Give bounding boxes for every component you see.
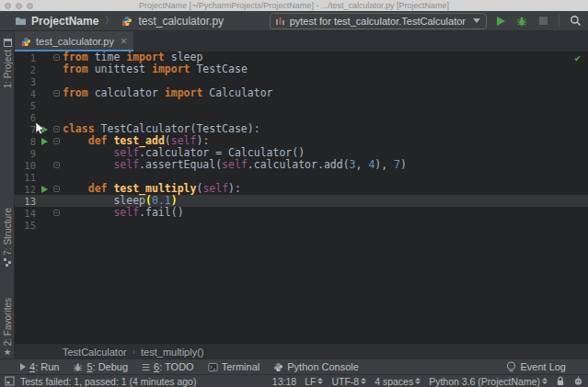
project-folder-icon: [13, 14, 28, 28]
line-number[interactable]: 8: [15, 136, 39, 147]
line-number[interactable]: 14: [15, 208, 39, 219]
event-log-icon: [506, 361, 516, 372]
fold-marker-icon[interactable]: [53, 210, 60, 216]
pytest-config-icon: [275, 16, 285, 26]
editor-tab-bar: test_calculator.py ×: [15, 31, 588, 51]
chevron-right-icon: 〉: [102, 14, 116, 28]
code-line[interactable]: 5: [15, 99, 588, 111]
code-line[interactable]: 15: [15, 219, 588, 231]
fold-marker-icon[interactable]: [53, 138, 60, 144]
run-configuration-label: pytest for test_calculator.TestCalculato…: [290, 16, 466, 27]
fold-marker-icon[interactable]: [53, 90, 60, 97]
fold-marker-icon[interactable]: [53, 186, 60, 192]
breadcrumb-class[interactable]: TestCalculator: [63, 347, 127, 358]
line-ending-select[interactable]: LF: [305, 376, 323, 387]
pycharm-window: ProjectName [~/PycharmProjects/ProjectNa…: [0, 0, 588, 387]
indent-select[interactable]: 4 spaces: [375, 376, 421, 387]
tab-label: test_calculator.py: [36, 36, 114, 47]
sidebar-item-label: 7: Structure: [3, 208, 13, 256]
code-line[interactable]: 4from calculator import Calculator: [15, 87, 588, 99]
sidebar-item-favorites[interactable]: 2: Favorites ★: [0, 298, 15, 357]
inspection-ok-icon[interactable]: ✔: [574, 52, 581, 64]
toolbar-divider: [559, 15, 559, 28]
run-button[interactable]: [493, 14, 508, 28]
window-title: ProjectName [~/PycharmProjects/ProjectNa…: [0, 0, 588, 11]
clock: 13:18: [272, 376, 296, 387]
status-bar: Tests failed: 1, passed: 1 (4 minutes ag…: [0, 374, 588, 387]
line-number[interactable]: 10: [15, 160, 39, 171]
tab-test-calculator[interactable]: test_calculator.py ×: [15, 31, 133, 51]
event-log-button[interactable]: Event Log: [506, 361, 566, 372]
line-number[interactable]: 9: [15, 148, 39, 159]
python-test-file-icon: [21, 37, 31, 47]
todo-list-icon: ☰: [142, 362, 150, 372]
main-toolbar: ProjectName 〉 test_calculator.py: [0, 11, 588, 31]
encoding-select[interactable]: UTF-8: [331, 376, 366, 387]
sidebar-item-structure[interactable]: 7: Structure: [0, 208, 15, 267]
lock-icon[interactable]: [556, 376, 565, 386]
toolwindow-terminal-button[interactable]: Terminal: [208, 361, 260, 372]
updown-chevron-icon: [415, 378, 421, 384]
navigation-bar: ProjectName 〉 test_calculator.py: [13, 14, 224, 28]
tool-window-stripe-left: 1: Project 7: Structure 2: Favorites ★: [0, 31, 15, 359]
tool-window-bar: 4: Run 5: Debug ☰ 6: TODO: [0, 359, 588, 374]
code-text: from unittest import TestCase: [63, 63, 248, 75]
interpreter-select[interactable]: Python 3.6 (ProjectName): [429, 376, 548, 387]
toolwindow-python-console-button[interactable]: Python Console: [273, 361, 359, 372]
python-test-file-icon: [120, 14, 134, 28]
chevron-right-icon: ›: [133, 347, 135, 357]
run-icon: [20, 363, 26, 370]
status-message: Tests failed: 1, passed: 1 (4 minutes ag…: [20, 376, 196, 387]
line-number[interactable]: 11: [15, 172, 39, 183]
line-number[interactable]: 13: [15, 196, 39, 207]
chevron-down-icon: [473, 18, 480, 23]
structure-tool-icon: [4, 258, 12, 267]
star-icon: ★: [4, 348, 11, 357]
updown-chevron-icon: [361, 378, 366, 384]
toolwindow-switcher-icon[interactable]: [5, 376, 15, 386]
project-tool-icon: [4, 39, 12, 47]
run-test-gutter-icon[interactable]: [41, 138, 48, 145]
fold-marker-icon[interactable]: [53, 54, 60, 61]
breadcrumb-bottom: TestCalculator › test_multiply(): [15, 344, 588, 359]
titlebar: ProjectName [~/PycharmProjects/ProjectNa…: [0, 0, 588, 11]
toolwindow-debug-button[interactable]: 5: Debug: [73, 361, 128, 372]
run-test-gutter-icon[interactable]: [41, 186, 48, 193]
sidebar-item-project[interactable]: 1: Project: [0, 39, 15, 88]
updown-chevron-icon: [542, 378, 548, 384]
code-editor[interactable]: 1from time import sleep2from unittest im…: [15, 51, 588, 344]
line-number[interactable]: 2: [15, 64, 39, 75]
code-text: self.fail(): [63, 207, 184, 219]
close-icon[interactable]: ×: [121, 37, 127, 46]
toolwindow-run-button[interactable]: 4: Run: [20, 361, 59, 372]
stop-button[interactable]: [536, 14, 550, 28]
breadcrumb-method[interactable]: test_multiply(): [141, 347, 203, 358]
search-everywhere-icon[interactable]: [568, 14, 582, 28]
code-line[interactable]: 14 self.fail(): [15, 207, 588, 219]
line-number[interactable]: 12: [15, 184, 39, 195]
code-text: self.assertEqual(self.calculator.add(3, …: [63, 159, 407, 171]
breadcrumb-project[interactable]: ProjectName: [31, 15, 98, 28]
code-lines-container: 1from time import sleep2from unittest im…: [15, 51, 588, 231]
line-number[interactable]: 4: [15, 88, 39, 99]
mouse-cursor: [35, 121, 45, 136]
hector-inspector-icon[interactable]: [573, 376, 583, 386]
code-line[interactable]: 2from unittest import TestCase: [15, 63, 588, 75]
terminal-icon: [208, 362, 218, 372]
bug-icon: [73, 362, 83, 372]
code-text: from calculator import Calculator: [63, 87, 273, 99]
line-number[interactable]: 5: [15, 100, 39, 111]
breadcrumb-file[interactable]: test_calculator.py: [138, 15, 224, 28]
python-icon: [273, 362, 283, 372]
debug-button[interactable]: [514, 14, 529, 28]
fold-marker-icon[interactable]: [53, 126, 60, 132]
code-line[interactable]: 10 self.assertEqual(self.calculator.add(…: [15, 159, 588, 171]
line-number[interactable]: 3: [15, 76, 39, 87]
line-number[interactable]: 1: [15, 52, 39, 63]
fold-marker-icon[interactable]: [53, 162, 60, 168]
toolwindow-todo-button[interactable]: ☰ 6: TODO: [142, 361, 194, 372]
line-number[interactable]: 15: [15, 220, 39, 231]
updown-chevron-icon: [317, 378, 323, 384]
run-configuration-select[interactable]: pytest for test_calculator.TestCalculato…: [270, 13, 487, 29]
sidebar-item-label: 1: Project: [3, 50, 13, 88]
